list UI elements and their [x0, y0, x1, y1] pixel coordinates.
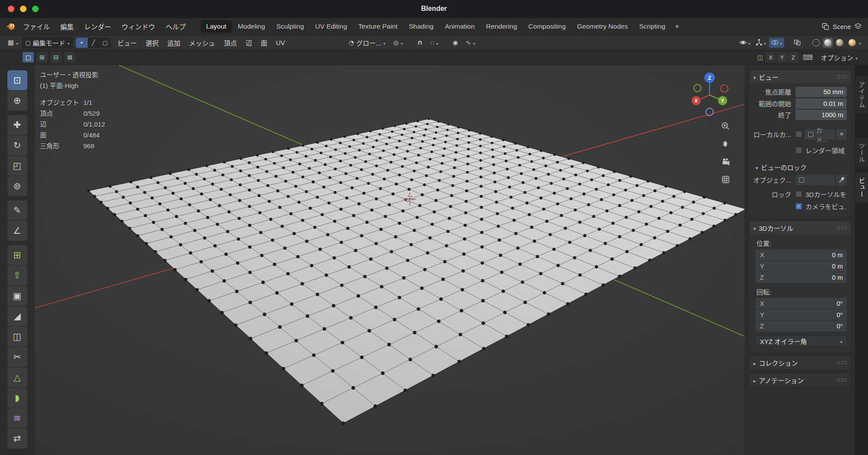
- shading-rendered-button[interactable]: [846, 38, 858, 48]
- tool-poly-build[interactable]: △: [7, 367, 27, 387]
- select-option-0[interactable]: □: [23, 52, 34, 62]
- app-menu-2[interactable]: レンダー: [79, 20, 116, 33]
- snap-target-dropdown[interactable]: ∷: [427, 38, 442, 48]
- tool-add-cube[interactable]: ⊞: [7, 245, 27, 265]
- keyboard-icon[interactable]: ⌨: [803, 53, 813, 62]
- local-camera-field[interactable]: カメ...: [805, 129, 835, 140]
- workspace-tab-compositing[interactable]: Compositing: [523, 20, 571, 33]
- tool-inset-faces[interactable]: ▣: [7, 286, 27, 306]
- camera-to-view-checkbox[interactable]: ✓: [796, 203, 802, 209]
- tool-annotate[interactable]: ✎: [7, 200, 27, 220]
- gizmo-axis-neg-y[interactable]: [694, 85, 701, 92]
- proportional-editing-toggle[interactable]: ◉: [449, 38, 461, 47]
- workspace-tab-shading[interactable]: Shading: [404, 20, 439, 33]
- xray-toggle[interactable]: [792, 38, 803, 47]
- tool-cursor[interactable]: ⊕: [7, 91, 27, 111]
- focal-length-field[interactable]: 50 mm: [796, 87, 847, 97]
- add-workspace-button[interactable]: +: [671, 21, 684, 32]
- viewport-menu-6[interactable]: 面: [257, 36, 271, 49]
- cursor-panel-header[interactable]: 3Dカーソル: [750, 221, 851, 234]
- render-region-checkbox[interactable]: [796, 147, 802, 154]
- shading-wireframe-button[interactable]: [810, 38, 822, 48]
- viewport-menu-1[interactable]: 選択: [142, 36, 163, 49]
- sidebar-tab-0[interactable]: アイテム: [855, 76, 868, 114]
- minimize-button[interactable]: [20, 6, 26, 12]
- viewport-3d[interactable]: Z X Y ユーザー・透視投影: [35, 65, 745, 455]
- gizmos-dropdown[interactable]: [753, 38, 768, 48]
- close-button[interactable]: [8, 6, 14, 12]
- panel-grip-icon[interactable]: [836, 75, 847, 79]
- app-menu-3[interactable]: ウィンドウ: [117, 20, 160, 33]
- mode-dropdown[interactable]: ▢ 編集モード: [22, 37, 73, 49]
- viewport-menu-5[interactable]: 辺: [242, 36, 256, 49]
- sidebar-tab-2[interactable]: ビュー: [855, 172, 868, 203]
- cursor-rotation-x-field[interactable]: X0°: [756, 298, 847, 309]
- tool-smooth[interactable]: ≋: [7, 408, 27, 428]
- viewport-menu-3[interactable]: メッシュ: [185, 36, 219, 49]
- mirror-x-toggle[interactable]: X: [766, 52, 776, 62]
- panel-grip-icon[interactable]: [836, 378, 847, 382]
- options-dropdown[interactable]: オプション: [817, 52, 861, 63]
- annotations-panel-header[interactable]: アノテーション: [750, 373, 851, 386]
- tool-scale[interactable]: ◰: [7, 156, 27, 176]
- rotation-mode-dropdown[interactable]: XYZ オイラー角: [756, 335, 847, 347]
- mirror-y-toggle[interactable]: Y: [777, 52, 787, 62]
- pivot-point-dropdown[interactable]: ◎: [390, 38, 406, 48]
- clip-start-field[interactable]: 0.01 m: [796, 98, 847, 109]
- workspace-tab-animation[interactable]: Animation: [440, 20, 480, 33]
- mirror-z-toggle[interactable]: Z: [788, 52, 799, 62]
- workspace-tab-uv-editing[interactable]: UV Editing: [310, 20, 352, 33]
- vertex-select-mode[interactable]: •: [76, 38, 88, 48]
- app-menu-1[interactable]: 編集: [56, 20, 79, 33]
- view-panel-header[interactable]: ビュー: [750, 70, 851, 83]
- cursor-location-y-field[interactable]: Y0 m: [756, 261, 847, 272]
- panel-grip-icon[interactable]: [836, 360, 847, 365]
- workspace-tab-rendering[interactable]: Rendering: [481, 20, 523, 33]
- app-menu-0[interactable]: ファイル: [18, 20, 55, 33]
- tool-spin[interactable]: ◗: [7, 388, 27, 408]
- gizmo-axis-neg-z[interactable]: [706, 108, 713, 116]
- tool-measure[interactable]: ∠: [7, 221, 27, 241]
- sidebar-tab-1[interactable]: ツール: [855, 137, 868, 168]
- snap-toggle[interactable]: ∩: [414, 37, 426, 48]
- tool-knife[interactable]: ✂: [7, 347, 27, 367]
- editor-type-button[interactable]: ▦: [4, 37, 22, 48]
- visibility-dropdown[interactable]: [737, 38, 753, 48]
- workspace-tab-modeling[interactable]: Modeling: [233, 20, 270, 33]
- tool-loop-cut[interactable]: ◫: [7, 327, 27, 347]
- app-menu-4[interactable]: ヘルプ: [161, 20, 191, 33]
- workspace-tab-sculpting[interactable]: Sculpting: [271, 20, 309, 33]
- cursor-rotation-z-field[interactable]: Z0°: [756, 321, 847, 331]
- select-option-1[interactable]: ⊞: [36, 52, 48, 62]
- face-select-mode[interactable]: ▢: [99, 38, 111, 48]
- select-option-3[interactable]: ⊠: [64, 52, 76, 62]
- overlays-dropdown[interactable]: [769, 38, 784, 48]
- viewport-menu-2[interactable]: 追加: [164, 36, 184, 49]
- workspace-tab-scripting[interactable]: Scripting: [634, 20, 671, 33]
- tool-bevel[interactable]: ◢: [7, 306, 27, 326]
- select-option-2[interactable]: ⊟: [50, 52, 62, 62]
- workspace-tab-layout[interactable]: Layout: [201, 20, 232, 33]
- cursor-rotation-y-field[interactable]: Y0°: [756, 309, 847, 320]
- workspace-tab-geometry-nodes[interactable]: Geometry Nodes: [572, 20, 633, 33]
- tool-edge-slide[interactable]: ⇄: [7, 429, 27, 448]
- tool-extrude-region[interactable]: ⇧: [7, 265, 27, 285]
- tool-rotate[interactable]: ↻: [7, 135, 27, 155]
- workspace-tab-texture-paint[interactable]: Texture Paint: [353, 20, 403, 33]
- zoom-button[interactable]: [32, 6, 39, 12]
- shading-solid-button[interactable]: [823, 38, 833, 48]
- viewport-menu-0[interactable]: ビュー: [114, 36, 141, 49]
- viewport-canvas[interactable]: Z X Y: [35, 65, 745, 455]
- proportional-falloff-dropdown[interactable]: ∿: [462, 38, 479, 48]
- collections-panel-header[interactable]: コレクション: [750, 356, 851, 369]
- clip-end-field[interactable]: 1000 m: [796, 110, 847, 120]
- panel-grip-icon[interactable]: [836, 226, 847, 230]
- eyedropper-button[interactable]: [836, 175, 847, 185]
- blender-logo-icon[interactable]: [6, 22, 16, 31]
- view-lock-subpanel-header[interactable]: ビューのロック: [750, 161, 851, 172]
- viewport-menu-4[interactable]: 頂点: [220, 36, 241, 49]
- tool-transform[interactable]: ⊚: [7, 176, 27, 196]
- cursor-location-x-field[interactable]: X0 m: [756, 249, 847, 260]
- gizmo-axis-neg-x[interactable]: [721, 85, 728, 92]
- tool-move[interactable]: ✚: [7, 115, 27, 135]
